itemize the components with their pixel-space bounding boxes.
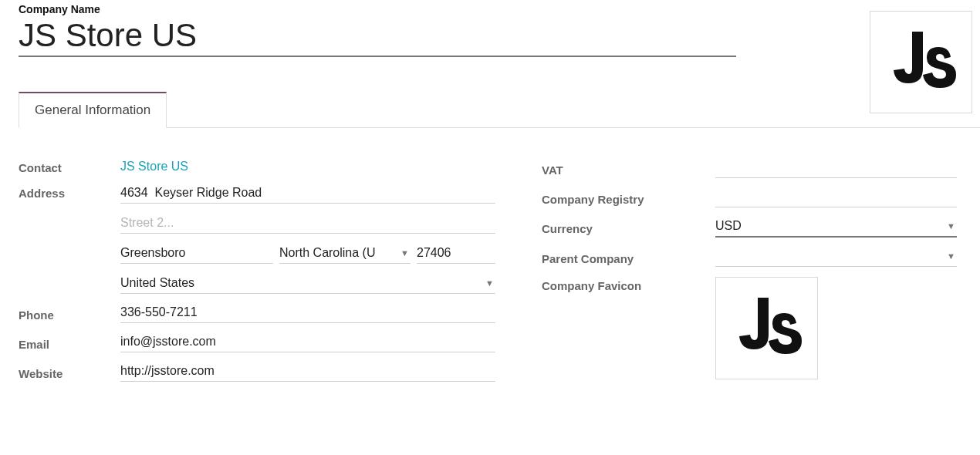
phone-label: Phone [19, 306, 120, 322]
js-logo-icon [728, 290, 806, 367]
company-registry-input[interactable] [715, 188, 957, 207]
city-input[interactable] [120, 244, 273, 264]
company-favicon-upload[interactable] [715, 277, 818, 379]
vat-label: VAT [542, 161, 715, 177]
parent-company-select[interactable] [715, 248, 957, 267]
address-label: Address [19, 184, 120, 200]
state-select[interactable] [279, 244, 411, 264]
website-label: Website [19, 365, 120, 380]
vat-input[interactable] [715, 159, 957, 178]
parent-company-label: Parent Company [542, 250, 715, 265]
company-name-input[interactable] [19, 17, 736, 57]
company-logo-upload[interactable] [870, 11, 972, 113]
tab-general-information[interactable]: General Information [19, 92, 167, 128]
country-select[interactable] [120, 275, 495, 294]
street2-input[interactable] [120, 214, 495, 234]
company-favicon-label: Company Favicon [542, 277, 715, 292]
company-registry-label: Company Registry [542, 190, 715, 206]
website-input[interactable] [120, 362, 495, 382]
company-name-label: Company Name [19, 3, 980, 15]
email-label: Email [19, 335, 120, 351]
phone-input[interactable] [120, 304, 495, 323]
contact-link[interactable]: JS Store US [120, 160, 188, 173]
contact-label: Contact [19, 159, 120, 174]
js-logo-icon [883, 24, 960, 101]
email-input[interactable] [120, 333, 495, 352]
street-input[interactable] [120, 184, 495, 204]
currency-select[interactable] [715, 217, 957, 238]
currency-label: Currency [542, 220, 715, 235]
tabs: General Information [19, 91, 980, 128]
zip-input[interactable] [417, 244, 495, 264]
